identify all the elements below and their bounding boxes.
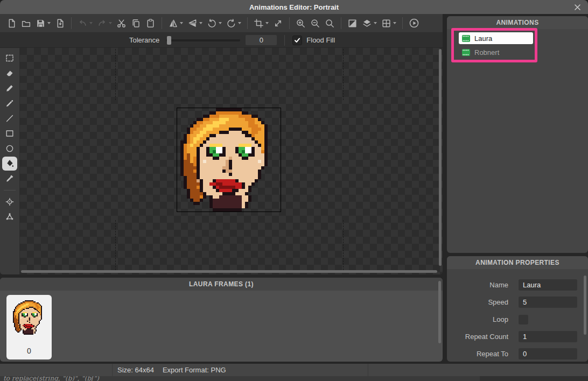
palette-divider: [4, 190, 16, 190]
workspace-row: [0, 48, 443, 274]
redo-icon: [97, 18, 107, 29]
crop-button[interactable]: [251, 17, 271, 30]
tolerance-slider-handle[interactable]: [167, 36, 171, 45]
copy-button[interactable]: [129, 17, 143, 30]
loop-checkbox[interactable]: [519, 315, 528, 324]
dropdown-caret-icon: [393, 22, 396, 24]
drawing-canvas-area[interactable]: [20, 48, 443, 274]
tolerance-slider[interactable]: [166, 36, 240, 45]
eyedropper-tool-button[interactable]: [2, 172, 17, 186]
property-row-repeat-to: Repeat To: [447, 348, 588, 359]
line-icon: [5, 114, 15, 123]
ellipse-icon: [5, 144, 15, 153]
zoom-in-button[interactable]: [293, 17, 308, 30]
new-file-icon: [6, 18, 17, 29]
new-file-button[interactable]: [4, 17, 19, 30]
grid-view-button[interactable]: [379, 17, 398, 30]
animation-item-laura[interactable]: Laura: [459, 32, 533, 44]
animations-editor-window: Animations Editor: Portrait Tolerance 0 …: [0, 0, 588, 381]
node-tool-tool-button[interactable]: [2, 210, 17, 224]
eraser-icon: [5, 68, 15, 78]
rect-select-icon: [5, 53, 15, 63]
properties-scrollbar[interactable]: [584, 276, 586, 335]
resize-icon: [273, 18, 283, 29]
rectangle-tool-button[interactable]: [2, 126, 17, 140]
property-row-loop: Loop: [447, 314, 588, 325]
background-page-dark-segment: [480, 376, 588, 381]
redo-button[interactable]: [95, 17, 114, 30]
line-tool-button[interactable]: [2, 111, 17, 125]
save-button[interactable]: [33, 17, 53, 30]
rect-select-tool-button[interactable]: [2, 51, 17, 65]
fill-bucket-tool-button[interactable]: [2, 157, 17, 171]
animation-item-robnert[interactable]: Robnert: [459, 46, 533, 58]
undo-button[interactable]: [75, 17, 95, 30]
frame-thumbnail-0[interactable]: 0: [6, 295, 52, 359]
undo-icon: [78, 18, 88, 29]
layers-icon: [362, 18, 372, 29]
cut-button[interactable]: [114, 17, 129, 30]
editor-left-block: Tolerance 0 Flood Fill: [0, 14, 443, 274]
crosshair-tool-button[interactable]: [2, 195, 17, 209]
guide-line: [343, 220, 344, 273]
tolerance-label: Tolerance: [129, 36, 159, 44]
sprite-cel-border[interactable]: [177, 108, 281, 212]
flip-horizontal-button[interactable]: [166, 17, 185, 30]
export-file-button[interactable]: [53, 17, 67, 30]
background-toggle-button[interactable]: [345, 17, 360, 30]
play-icon: [409, 18, 419, 29]
zoom-fit-button[interactable]: [323, 17, 337, 30]
frame-index-label: 0: [27, 347, 31, 355]
guide-line: [115, 220, 116, 273]
rotate-cw-icon: [226, 18, 236, 29]
frames-panel: LAURA FRAMES (1) 0: [0, 278, 443, 362]
open-folder-button[interactable]: [19, 17, 33, 30]
flip-vertical-button[interactable]: [185, 17, 205, 30]
toolbar-divider: [71, 17, 72, 29]
speed-field[interactable]: [519, 297, 577, 308]
repeat-to-field[interactable]: [519, 348, 577, 359]
property-row-repeat-count: Repeat Count: [447, 331, 588, 342]
eraser-tool-button[interactable]: [2, 66, 17, 80]
toolbar-divider: [247, 17, 248, 29]
frames-scrollbar[interactable]: [438, 281, 441, 343]
tolerance-value-field[interactable]: 0: [246, 35, 277, 45]
paste-button[interactable]: [143, 17, 158, 30]
pencil-tool-button[interactable]: [2, 81, 17, 95]
rotate-ccw-button[interactable]: [205, 17, 224, 30]
resize-button[interactable]: [271, 17, 285, 30]
status-bar: Size: 64x64 Export Format: PNG: [0, 364, 588, 376]
ellipse-tool-button[interactable]: [2, 142, 17, 156]
canvas-vertical-scrollbar[interactable]: [439, 49, 442, 266]
options-divider: [284, 35, 285, 46]
sprite-pixel-art[interactable]: [177, 108, 281, 211]
play-button[interactable]: [407, 16, 422, 30]
repeat-count-field[interactable]: [519, 331, 577, 342]
zoom-out-button[interactable]: [308, 17, 323, 30]
zoom-out-icon: [310, 18, 320, 29]
brush-tool-button[interactable]: [2, 96, 17, 110]
guide-line: [115, 49, 116, 100]
flood-fill-label: Flood Fill: [306, 36, 335, 44]
layers-button[interactable]: [360, 17, 379, 30]
export-format-status: Export Format: PNG: [163, 366, 226, 374]
tolerance-slider-track: [166, 39, 240, 41]
dropdown-caret-icon: [180, 22, 183, 24]
close-button[interactable]: [573, 3, 582, 11]
rotate-ccw-icon: [207, 18, 217, 29]
repeat-to-label: Repeat To: [447, 350, 508, 358]
zoom-in-icon: [296, 18, 306, 29]
status-divider: [112, 364, 113, 376]
canvas-horizontal-scrollbar[interactable]: [21, 270, 437, 273]
grid-view-icon: [381, 18, 391, 29]
name-field[interactable]: [519, 279, 577, 291]
rectangle-icon: [5, 129, 15, 138]
loop-label: Loop: [447, 315, 508, 323]
flood-fill-checkbox[interactable]: [292, 36, 302, 45]
frames-strip: 0: [0, 291, 443, 362]
zoom-fit-icon: [325, 18, 335, 29]
rotate-cw-button[interactable]: [224, 17, 243, 30]
main-toolbar: [0, 14, 443, 33]
animations-list: Laura Robnert: [447, 29, 588, 253]
frame-thumbnail-image: [12, 300, 46, 335]
